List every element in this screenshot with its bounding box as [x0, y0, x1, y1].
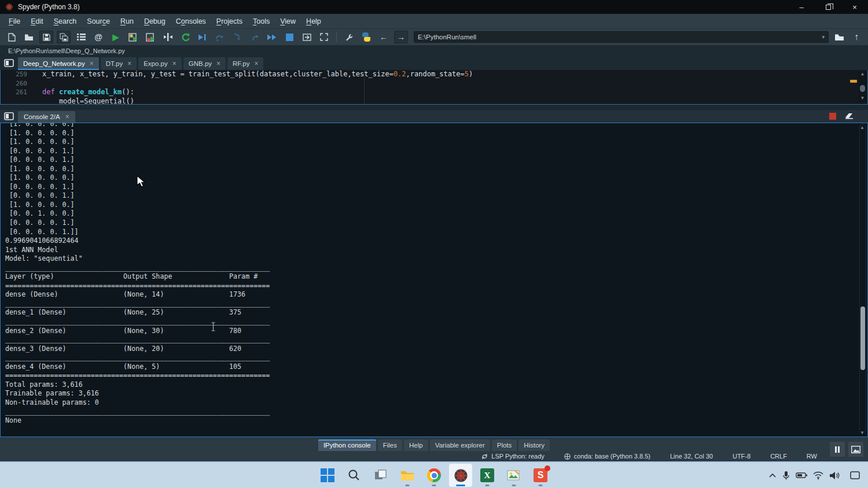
- pause-button[interactable]: [830, 442, 845, 457]
- pane-tab[interactable]: IPython console: [318, 439, 376, 451]
- preferences-wrench-icon[interactable]: [342, 31, 356, 43]
- menu-item[interactable]: Source: [82, 15, 115, 28]
- close-icon[interactable]: ×: [127, 60, 131, 68]
- pane-tab[interactable]: Help: [404, 439, 428, 451]
- close-icon[interactable]: ×: [90, 60, 94, 68]
- editor-tab[interactable]: Expo.py×: [138, 57, 182, 70]
- chrome-button[interactable]: [422, 464, 446, 487]
- close-button[interactable]: ×: [841, 0, 868, 14]
- screenshot-button[interactable]: [848, 442, 863, 457]
- mouse-cursor: [137, 175, 146, 190]
- editor-scroll-thumb[interactable]: [860, 85, 865, 92]
- back-icon[interactable]: ←: [377, 31, 391, 43]
- console-scrollbar[interactable]: [859, 124, 866, 432]
- pane-tab[interactable]: History: [518, 439, 550, 451]
- new-file-icon[interactable]: [5, 31, 19, 43]
- run-cell-icon[interactable]: [126, 31, 140, 43]
- menu-item[interactable]: Edit: [25, 15, 49, 28]
- console-line: dense_1 (Dense) (None, 25) 375: [5, 308, 867, 317]
- find-symbols-icon[interactable]: @: [91, 31, 105, 43]
- encoding-status: UTF-8: [733, 453, 751, 460]
- console-line: [0. 0. 0. 0. 1.]: [5, 183, 867, 192]
- open-file-icon[interactable]: [22, 31, 36, 43]
- file-switcher-icon[interactable]: [74, 31, 88, 43]
- task-view-button[interactable]: [369, 464, 392, 487]
- scroll-up-icon[interactable]: ▲: [859, 71, 866, 77]
- menu-item[interactable]: Projects: [211, 15, 248, 28]
- menu-item[interactable]: Tools: [248, 15, 275, 28]
- menu-item[interactable]: Run: [115, 15, 139, 28]
- ipython-console-output[interactable]: [1. 0. 0. 0. 0.] [1. 0. 0. 0. 0.] [1. 0.…: [0, 123, 868, 437]
- editor-scrollbar[interactable]: ▲ ▼: [859, 71, 866, 102]
- editor-tab-label: Deep_Q_Network.py: [23, 60, 85, 67]
- image-editor-button[interactable]: [502, 464, 525, 487]
- task-view-icon: [374, 469, 387, 482]
- working-directory-input[interactable]: E:\PythonRun\smell▾: [414, 31, 829, 43]
- step-into-icon[interactable]: [230, 31, 244, 43]
- pane-tab[interactable]: Files: [378, 439, 402, 451]
- step-out-icon[interactable]: [248, 31, 262, 43]
- interrupt-kernel-icon[interactable]: [829, 113, 836, 120]
- save-all-icon[interactable]: [57, 31, 71, 43]
- menu-item[interactable]: View: [275, 15, 301, 28]
- menu-item[interactable]: Help: [301, 15, 326, 28]
- parent-directory-icon[interactable]: ↑: [849, 31, 863, 43]
- debug-file-icon[interactable]: [196, 31, 209, 43]
- new-window-icon[interactable]: [300, 31, 314, 43]
- run-file-icon[interactable]: ▶: [109, 31, 123, 43]
- console-header: Console 2/A×: [0, 110, 868, 123]
- editor-tab[interactable]: GNB.py×: [183, 57, 226, 70]
- start-button[interactable]: [316, 464, 339, 487]
- spyder-taskbar-button[interactable]: [449, 464, 472, 487]
- minimize-button[interactable]: –: [788, 0, 815, 14]
- stop-debug-icon[interactable]: [282, 31, 296, 43]
- file-explorer-button[interactable]: [396, 464, 419, 487]
- close-icon[interactable]: ×: [172, 60, 176, 68]
- close-icon[interactable]: ×: [65, 113, 69, 121]
- step-over-icon[interactable]: [213, 31, 227, 43]
- search-button[interactable]: [343, 464, 366, 487]
- volume-icon[interactable]: [829, 471, 840, 480]
- pane-tab[interactable]: Plots: [492, 439, 517, 451]
- wifi-icon[interactable]: [813, 471, 823, 479]
- run-selection-icon[interactable]: [161, 31, 175, 43]
- fullscreen-icon[interactable]: [317, 31, 331, 43]
- close-icon[interactable]: ×: [254, 60, 258, 68]
- run-cell-advance-icon[interactable]: [144, 31, 157, 43]
- microphone-icon[interactable]: [782, 471, 790, 480]
- browse-tabs-icon[interactable]: [4, 59, 14, 67]
- excel-button[interactable]: X: [476, 464, 499, 487]
- notification-center-button[interactable]: [850, 471, 860, 480]
- dropdown-caret-icon[interactable]: ▾: [822, 34, 825, 40]
- menu-item[interactable]: File: [3, 15, 25, 28]
- console-scroll-thumb[interactable]: [860, 306, 865, 370]
- clear-console-icon[interactable]: [844, 111, 854, 121]
- console-line: [0. 0. 0. 0. 1.]]: [5, 228, 867, 237]
- save-icon[interactable]: [39, 31, 53, 43]
- s-app-button[interactable]: S: [529, 464, 552, 487]
- console-line: [0. 0. 0. 0. 1.]: [5, 156, 867, 165]
- python-path-icon[interactable]: [359, 31, 373, 43]
- editor-tab[interactable]: RF.py×: [227, 57, 263, 70]
- console-tab[interactable]: Console 2/A×: [18, 111, 75, 123]
- excel-icon: X: [480, 468, 494, 482]
- code-editor[interactable]: 259x_train, x_test, y_train, y_test = tr…: [0, 70, 868, 105]
- restore-button[interactable]: [815, 0, 841, 14]
- menu-item[interactable]: Consoles: [171, 15, 211, 28]
- close-icon[interactable]: ×: [216, 60, 220, 68]
- menu-item[interactable]: Debug: [139, 15, 171, 28]
- scroll-down-icon[interactable]: ▼: [859, 95, 866, 101]
- tray-expand-button[interactable]: [768, 473, 777, 478]
- continue-execution-icon[interactable]: [265, 31, 279, 43]
- pane-tab[interactable]: Variable explorer: [430, 439, 490, 451]
- rerun-cell-icon[interactable]: [178, 31, 192, 43]
- menu-item[interactable]: Search: [49, 15, 82, 28]
- browse-directory-icon[interactable]: [832, 31, 846, 43]
- editor-tab[interactable]: DT.py×: [101, 57, 137, 70]
- forward-icon[interactable]: →: [394, 31, 408, 43]
- console-scroll-down-icon[interactable]: ▼: [860, 430, 865, 435]
- editor-tab[interactable]: Deep_Q_Network.py×: [18, 57, 99, 70]
- browse-consoles-icon[interactable]: [4, 112, 14, 120]
- console-line: [0. 0. 0. 0. 1.]: [5, 191, 867, 201]
- battery-icon[interactable]: [796, 472, 807, 479]
